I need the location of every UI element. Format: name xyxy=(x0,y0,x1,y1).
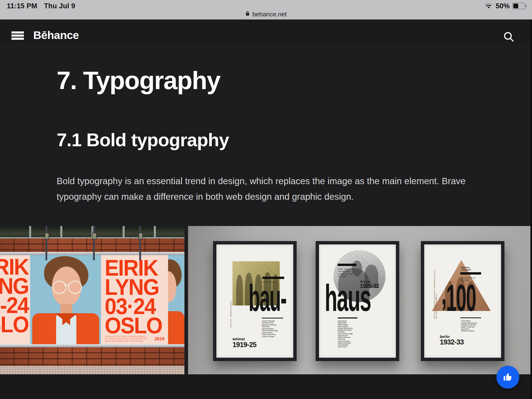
behance-header: Bēhance xyxy=(0,19,530,43)
poster-partial-text: RIKNG-24SLO xyxy=(0,257,29,334)
battery-percent: 50% xyxy=(496,2,510,10)
menu-button[interactable] xyxy=(11,31,24,40)
poster-years: 1932-33 xyxy=(440,338,464,346)
poster-credits: Walter GropiusHannes MeyerLudwig Mies va… xyxy=(338,268,353,278)
artist-name: László Moholy-Nagy xyxy=(262,330,278,331)
artist-name: Paul Klee xyxy=(262,326,278,328)
poster-years: 1919-25 xyxy=(232,341,256,349)
poster-year: 2019 xyxy=(155,336,164,342)
framed-poster-dessau: Walter GropiusHannes MeyerLudwig Mies va… xyxy=(316,241,399,361)
poster-row: RIKNG-24SLO EI xyxy=(0,255,184,344)
artist-name: Wassily Kandinsky xyxy=(461,324,477,326)
artist-name: Joost Schmidt xyxy=(338,344,353,346)
credit-line: Walter Gropius xyxy=(338,268,353,270)
lock-icon xyxy=(245,11,250,18)
billboard-rail-top xyxy=(0,252,184,255)
glasses-right-lens xyxy=(68,281,82,294)
portrait-neck xyxy=(60,304,72,314)
artist-name: Georg Muche xyxy=(262,332,278,334)
glasses-bridge xyxy=(64,285,69,286)
credit-line: Hannes Meyer xyxy=(338,270,353,272)
behance-logo[interactable]: Bēhance xyxy=(33,29,79,42)
street-billboard-photo: RIKNG-24SLO EI xyxy=(0,226,184,374)
search-icon[interactable] xyxy=(503,31,515,43)
section-heading: 7. Typography xyxy=(57,66,220,95)
strap xyxy=(93,226,95,260)
poster-smallprint: Lorem ipsum dolor sit amet, consectetur … xyxy=(105,335,148,342)
poster-line: OSLO xyxy=(105,316,164,335)
strap xyxy=(45,226,47,260)
artist-name: Wassily Kandinsky xyxy=(262,324,278,326)
credit-line: Ludwig Mies van xyxy=(338,273,353,275)
artist-name: Gunta Stölzl xyxy=(338,346,353,348)
artist-name: Ludwig Hilberseimer xyxy=(461,322,477,324)
address-bar[interactable]: behance.net xyxy=(0,9,532,19)
artist-name: Hinnerk Scheper xyxy=(338,340,353,342)
billboard-rail-bottom xyxy=(0,344,184,347)
artist-name: Oskar Schlemmer xyxy=(338,342,353,344)
artist-name: Lilly Reich xyxy=(461,328,477,330)
brick-wall-bottom xyxy=(0,347,184,366)
poster-names: Lyonel FeiningerJohannes IttenWassily Ka… xyxy=(262,320,278,337)
status-bar: 11:15 PM Thu Jul 9 50% xyxy=(0,0,532,19)
article-page: 7. Typography 7.1 Bold typography Bold t… xyxy=(0,43,530,399)
poster-portrait xyxy=(30,255,101,344)
bauhaus-posters-photo: 1919-2019 — Bauhaus in Weimar Walter Gro… xyxy=(188,226,530,374)
strap xyxy=(139,226,141,260)
poster-title: ‚100 xyxy=(441,281,476,315)
poster-rule xyxy=(338,317,357,318)
artist-name: Oskar Schlemmer xyxy=(262,334,278,335)
poster-line: SLO xyxy=(0,315,29,334)
url-text: behance.net xyxy=(252,11,287,18)
date: Thu Jul 9 xyxy=(44,2,75,10)
artist-name: Josef Albers xyxy=(461,320,477,322)
comma-mark: ‚ xyxy=(441,274,446,309)
artist-name: Lyonel Feininger xyxy=(262,320,278,322)
glasses-left-lens xyxy=(52,281,66,294)
artist-name: Gerhard Marks xyxy=(262,328,278,330)
artist-name: Herbert Bayer xyxy=(338,324,353,325)
poster-side-note: 1919-2019 — A BunkerType tribute to the … xyxy=(434,269,437,319)
poster-side-note: 1919-2019 — Bauhaus in Weimar xyxy=(230,280,232,328)
body-paragraph: Bold typography is an essential trend in… xyxy=(57,173,477,204)
poster-portrait-partial xyxy=(168,255,184,344)
wifi-icon xyxy=(484,2,493,10)
artist-name: Lilly Reich xyxy=(338,338,353,340)
appreciate-button[interactable] xyxy=(496,366,519,389)
poster-bar xyxy=(338,264,356,266)
portrait-jacket xyxy=(168,311,184,344)
artist-name: Johannes Itten xyxy=(262,322,278,324)
ipad-screen: 11:15 PM Thu Jul 9 50% xyxy=(0,0,532,399)
framed-poster-weimar: 1919-2019 — Bauhaus in Weimar Walter Gro… xyxy=(213,241,297,361)
poster-eirik-lyng: EIRIKLYNG03·24OSLO Lorem ipsum dolor sit… xyxy=(101,255,168,344)
poster-rule xyxy=(262,318,283,318)
battery-icon xyxy=(512,3,525,9)
poster-title-number: 100 xyxy=(446,277,476,319)
poster-rule xyxy=(460,317,481,318)
poster-names: Josef AlbersAlfred ArndtHerbert BayerMar… xyxy=(338,320,353,348)
artist-name: Josef Albers xyxy=(338,320,353,322)
framed-poster-berlin: 1919-2019 — A BunkerType tribute to the … xyxy=(421,241,504,361)
artist-name: Lothar Schreyer xyxy=(262,336,278,337)
artist-name: Wassily Kandinsky xyxy=(338,329,353,331)
clock: 11:15 PM xyxy=(7,2,37,10)
poster-title: haus xyxy=(325,281,371,315)
poster-bar xyxy=(460,272,481,275)
media-row: RIKNG-24SLO EI xyxy=(0,226,530,374)
artist-name: Paul Klee xyxy=(338,331,353,333)
thumbs-up-icon xyxy=(502,371,514,383)
poster-main-text: EIRIKLYNG03·24OSLO xyxy=(101,255,168,335)
status-left: 11:15 PM Thu Jul 9 xyxy=(7,2,75,10)
artist-name: Ludwig Hilberseimer xyxy=(338,327,353,329)
subsection-heading: 7.1 Bold typography xyxy=(57,129,229,150)
artist-name: Walter Peterhans xyxy=(461,326,477,328)
poster-title: bau- xyxy=(249,281,286,315)
artist-name: Walter Peterhans xyxy=(338,336,353,338)
status-right: 50% xyxy=(484,2,525,10)
artist-name: Georg Muche xyxy=(338,335,353,336)
artist-name: Marcel Breuer xyxy=(338,325,353,327)
poster-edition-line2: 1919-2019 xyxy=(461,269,471,271)
poster-names: Josef AlbersLudwig HilberseimerWassily K… xyxy=(461,320,477,332)
pavement xyxy=(0,366,184,374)
poster-partial-left: RIKNG-24SLO xyxy=(0,255,30,344)
